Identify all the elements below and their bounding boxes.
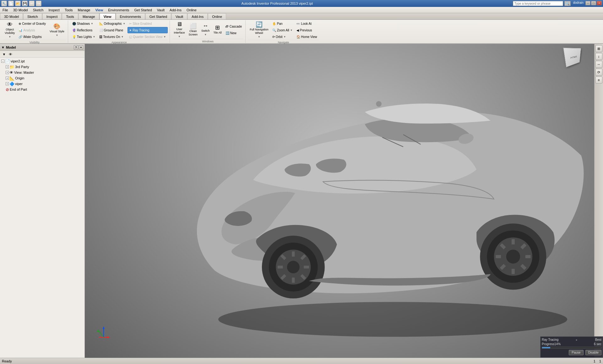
car-front-wheel-center xyxy=(287,261,300,273)
previous-btn[interactable]: ◀ Previous xyxy=(295,27,319,33)
textures-on-btn[interactable]: 🖼 Textures On ▼ xyxy=(98,34,127,40)
menu-add-ins[interactable]: Add-Ins xyxy=(167,7,184,13)
tab-sketch[interactable]: Sketch xyxy=(23,13,42,19)
look-at-btn[interactable]: 👀 Look At xyxy=(295,20,319,27)
reflections-btn[interactable]: 🔮 Reflections xyxy=(71,27,97,33)
analysis-btn[interactable]: 📊 Analysis xyxy=(17,27,47,33)
orthographic-btn[interactable]: 📐 Orthographic ▼ xyxy=(98,20,127,27)
page-total: 1 xyxy=(599,359,601,363)
rt-pause-btn[interactable]: Pause xyxy=(569,350,583,355)
tab-vault[interactable]: Vault xyxy=(171,13,187,19)
search-btn[interactable]: 🔍 xyxy=(564,1,571,6)
tree-item-endofpart[interactable]: ⊘ End of Part xyxy=(1,87,84,92)
minimize-btn[interactable]: − xyxy=(585,1,590,5)
panel-tool-icon[interactable]: 👁 xyxy=(8,51,13,57)
ray-tracing-btn[interactable]: ✦ Ray Tracing xyxy=(128,27,167,33)
tree-item-viewmaster[interactable]: + 👁 View: Master xyxy=(1,70,84,75)
tree-item-viper[interactable]: + 🔷 viper xyxy=(1,81,84,87)
username-label: dodrain xyxy=(573,1,584,6)
panel-help-btn[interactable]: ? xyxy=(74,45,78,50)
ray-tracing-label: Ray Tracing xyxy=(133,29,149,32)
menu-get-started[interactable]: Get Started xyxy=(132,7,155,13)
tile-all-btn[interactable]: ⊞ Tile All xyxy=(212,22,223,38)
redo-btn[interactable]: ↪ xyxy=(36,1,41,6)
panel-expand-icon: ▼ xyxy=(1,46,5,49)
close-btn[interactable]: × xyxy=(597,1,602,5)
maximize-btn[interactable]: □ xyxy=(591,1,596,5)
pan-icon: ✋ xyxy=(272,22,276,25)
clean-screen-btn[interactable]: ⬜ Clean Screen xyxy=(187,22,199,38)
view-cube-shape[interactable]: HOME xyxy=(563,47,581,67)
quarter-section-icon: ◱ xyxy=(129,35,132,39)
menu-manage[interactable]: Manage xyxy=(75,7,93,13)
imate-glyphs-btn[interactable]: 🔗 iMate Glyphs xyxy=(17,34,47,40)
pan-btn[interactable]: ✋ Pan xyxy=(271,20,294,27)
navigate-buttons: 🔄 Full Navigation Wheel ▼ ✋ Pan 🔍 Zoom A… xyxy=(248,20,318,40)
quarter-section-btn[interactable]: ◱ Quarter Section View ▼ xyxy=(128,34,167,40)
viewport-btn-3[interactable]: ↔ xyxy=(595,61,602,68)
center-gravity-btn[interactable]: ⊕ Center of Gravity xyxy=(17,20,47,27)
new-btn[interactable]: 📄 xyxy=(8,1,14,6)
tree-item-3rdparty[interactable]: + 📁 3rd Party xyxy=(1,64,84,70)
new-window-btn[interactable]: 🆕 New xyxy=(224,30,243,36)
panel-close-btn[interactable]: × xyxy=(79,45,83,50)
filter-btn[interactable]: ▼ xyxy=(1,51,7,57)
clean-screen-label: Clean Screen xyxy=(189,29,198,36)
tree-item-origin[interactable]: + 📐 Origin xyxy=(1,75,84,81)
tab-3dmodel[interactable]: 3D Model xyxy=(0,13,23,19)
menu-inspect[interactable]: Inspect xyxy=(46,7,62,13)
tab-inspect[interactable]: Inspect xyxy=(42,13,62,19)
zoom-all-btn[interactable]: 🔍 Zoom All ▼ xyxy=(271,27,294,33)
shadows-btn[interactable]: 🌑 Shadows ▼ xyxy=(71,20,97,27)
orbit-label: Orbit xyxy=(276,35,283,39)
tab-tools[interactable]: Tools xyxy=(62,13,78,19)
tree-expand-viper2[interactable]: − xyxy=(1,60,4,63)
rt-disable-btn[interactable]: Disable xyxy=(585,350,601,355)
two-lights-btn[interactable]: 💡 Two Lights ▼ xyxy=(71,34,97,40)
menu-online[interactable]: Online xyxy=(184,7,199,13)
visual-style-btn[interactable]: 🎨 Visual Style ▼ xyxy=(48,22,66,38)
tab-add-ins[interactable]: Add-Ins xyxy=(187,13,208,19)
save-btn[interactable]: 💾 xyxy=(22,1,28,6)
viewport-btn-4[interactable]: ⟳ xyxy=(595,69,602,76)
menu-view[interactable]: View xyxy=(93,7,106,13)
search-input[interactable] xyxy=(513,1,563,6)
open-btn[interactable]: 📂 xyxy=(15,1,21,6)
view-cube[interactable]: HOME xyxy=(565,49,584,67)
tree-item-viper2[interactable]: − 📄 viper2.ipt xyxy=(1,58,84,64)
menu-vault[interactable]: Vault xyxy=(155,7,167,13)
ribbon: 3D Model Sketch Inspect Tools Manage Vie… xyxy=(0,13,603,44)
slice-enabled-btn[interactable]: ✂ Slice Enabled xyxy=(128,20,167,27)
tab-manage[interactable]: Manage xyxy=(79,13,99,19)
tab-get-started[interactable]: Get Started xyxy=(145,13,171,19)
switch-btn[interactable]: ↔ Switch ▼ xyxy=(200,22,211,38)
cascade-btn[interactable]: 🗗 Cascade xyxy=(224,23,243,29)
tab-view[interactable]: View xyxy=(100,13,116,19)
tab-online[interactable]: Online xyxy=(208,13,226,19)
orbit-btn[interactable]: ⟳ Orbit ▼ xyxy=(271,34,294,40)
object-visibility-arrow: ▼ xyxy=(8,35,11,39)
user-interface-btn[interactable]: 🖥 User Interface ▼ xyxy=(172,22,187,38)
menu-environments[interactable]: Environments xyxy=(106,7,132,13)
viewport-btn-5[interactable]: ≡ xyxy=(595,77,602,83)
viewport-btn-1[interactable]: ⊞ xyxy=(595,45,602,52)
menu-3dmodel[interactable]: 3D Model xyxy=(11,7,30,13)
menu-tools[interactable]: Tools xyxy=(62,7,75,13)
tree-expand-3rdparty[interactable]: + xyxy=(6,65,9,68)
ground-plane-btn[interactable]: ⬜ Ground Plane xyxy=(98,27,127,33)
car-rendering xyxy=(85,44,603,358)
menu-sketch[interactable]: Sketch xyxy=(30,7,46,13)
viewport-btn-2[interactable]: ↕ xyxy=(595,53,602,60)
tree-expand-viper[interactable]: + xyxy=(6,82,9,85)
full-nav-wheel-btn[interactable]: 🔄 Full Navigation Wheel ▼ xyxy=(248,22,270,38)
tree-expand-viewmaster[interactable]: + xyxy=(6,71,9,74)
tab-environments[interactable]: Environments xyxy=(116,13,145,19)
rt-progress-bar xyxy=(542,347,550,348)
home-view-btn[interactable]: 🏠 Home View xyxy=(295,34,319,40)
menu-file[interactable]: File xyxy=(0,7,11,13)
tree-expand-origin[interactable]: + xyxy=(6,77,9,80)
viewport[interactable]: HOME ⊞ ↕ ↔ ⟳ ≡ xyxy=(85,44,603,358)
undo-btn[interactable]: ↩ xyxy=(29,1,35,6)
object-visibility-btn[interactable]: 👁 Object Visibility ▼ xyxy=(3,22,16,38)
status-bar: Ready 1 1 xyxy=(0,358,603,364)
